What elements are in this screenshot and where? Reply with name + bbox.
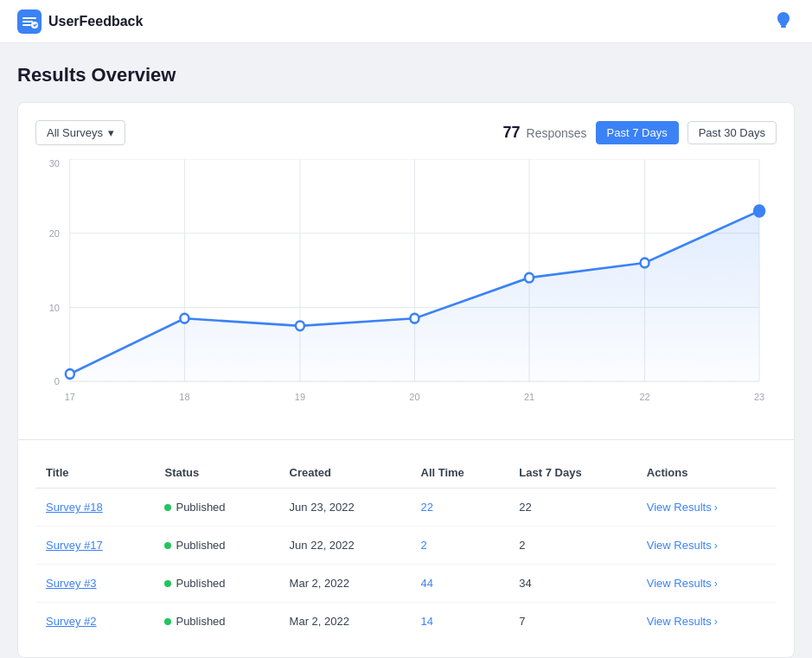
cell-status-2: Published	[154, 565, 278, 603]
page-title: Results Overview	[17, 64, 795, 86]
table-row: Survey #17 Published Jun 22, 2022 2 2 Vi…	[35, 527, 777, 565]
table-row: Survey #18 Published Jun 23, 2022 22 22 …	[35, 489, 777, 527]
cell-all-time-0: 22	[411, 489, 509, 527]
cell-created-1: Jun 22, 2022	[279, 527, 411, 565]
chevron-right-icon-3: ›	[714, 616, 718, 628]
logo-icon	[17, 10, 42, 34]
col-actions: Actions	[636, 457, 777, 489]
svg-text:20: 20	[49, 228, 60, 239]
status-text-2: Published	[176, 577, 225, 590]
surveys-table: Title Status Created All Time Last 7 Day…	[35, 457, 777, 640]
cell-status-1: Published	[154, 527, 278, 565]
svg-point-30	[641, 259, 649, 268]
col-last7days: Last 7 Days	[508, 457, 636, 489]
status-text-1: Published	[176, 539, 225, 552]
col-created: Created	[279, 457, 411, 489]
view-results-label-0: View Results	[647, 501, 712, 514]
chevron-right-icon-2: ›	[714, 578, 718, 590]
svg-text:18: 18	[179, 391, 189, 401]
svg-text:10: 10	[49, 302, 60, 312]
cell-all-time-3: 14	[411, 603, 509, 641]
cell-actions-3: View Results ›	[636, 603, 777, 641]
responses-label: Responses	[527, 126, 587, 140]
cell-actions-1: View Results ›	[636, 527, 777, 565]
svg-text:19: 19	[295, 391, 305, 401]
cell-actions-2: View Results ›	[636, 565, 777, 603]
chart-table-divider	[18, 439, 794, 440]
cell-last7days-0: 22	[508, 489, 636, 527]
cell-created-0: Jun 23, 2022	[279, 489, 411, 527]
cell-title-2: Survey #3	[35, 565, 154, 603]
all-time-link-3[interactable]: 14	[421, 615, 433, 628]
all-surveys-label: All Surveys	[47, 126, 103, 139]
svg-text:30: 30	[49, 159, 60, 169]
main-content: Results Overview All Surveys ▾ 77 Respon…	[0, 43, 812, 658]
svg-text:17: 17	[65, 391, 75, 401]
view-results-button-1[interactable]: View Results ›	[647, 539, 718, 552]
col-status: Status	[154, 457, 278, 489]
survey-link-2[interactable]: Survey #3	[46, 577, 97, 590]
svg-point-26	[180, 314, 189, 323]
cell-last7days-2: 34	[508, 565, 636, 603]
status-dot-0	[164, 504, 171, 511]
view-results-button-0[interactable]: View Results ›	[647, 501, 718, 514]
cell-all-time-2: 44	[411, 565, 509, 603]
table-header-row: Title Status Created All Time Last 7 Day…	[35, 457, 777, 489]
cell-title-3: Survey #2	[35, 603, 154, 641]
chevron-down-icon: ▾	[108, 126, 114, 139]
svg-text:23: 23	[754, 391, 764, 401]
logo: UserFeedback	[17, 10, 143, 34]
cell-all-time-1: 2	[411, 527, 509, 565]
view-results-label-1: View Results	[647, 539, 712, 552]
toolbar: All Surveys ▾ 77 Responses Past 7 Days P…	[35, 120, 777, 145]
all-time-link-0[interactable]: 22	[421, 501, 433, 514]
view-results-button-3[interactable]: View Results ›	[647, 615, 718, 628]
col-all-time: All Time	[411, 457, 509, 489]
view-results-label-3: View Results	[647, 615, 712, 628]
survey-link-1[interactable]: Survey #17	[46, 539, 103, 552]
svg-point-31	[754, 206, 764, 217]
line-chart: 0 10 20 30 17 18 19 20 21 22 23	[35, 159, 777, 418]
svg-text:0: 0	[54, 376, 60, 386]
svg-text:20: 20	[409, 391, 419, 401]
cell-title-1: Survey #17	[35, 527, 154, 565]
all-time-link-2[interactable]: 44	[421, 577, 433, 590]
toolbar-right: 77 Responses Past 7 Days Past 30 Days	[503, 121, 777, 144]
survey-link-3[interactable]: Survey #2	[46, 615, 97, 628]
cell-last7days-3: 7	[508, 603, 636, 641]
svg-point-28	[410, 314, 419, 323]
svg-point-25	[66, 369, 74, 379]
status-dot-2	[164, 580, 171, 587]
table-row: Survey #2 Published Mar 2, 2022 14 7 Vie…	[35, 603, 777, 641]
status-dot-3	[164, 618, 171, 625]
logo-text: UserFeedback	[48, 14, 143, 29]
svg-text:21: 21	[524, 391, 534, 401]
cell-actions-0: View Results ›	[636, 489, 777, 527]
app-header: UserFeedback	[0, 0, 812, 43]
cell-created-3: Mar 2, 2022	[279, 603, 411, 641]
svg-point-29	[525, 273, 534, 283]
cell-last7days-1: 2	[508, 527, 636, 565]
chevron-right-icon-1: ›	[714, 540, 718, 552]
status-dot-1	[164, 542, 171, 549]
all-time-link-1[interactable]: 2	[421, 539, 427, 552]
cell-status-0: Published	[154, 489, 278, 527]
all-surveys-dropdown[interactable]: All Surveys ▾	[35, 120, 125, 145]
header-icon[interactable]	[772, 10, 795, 32]
cell-created-2: Mar 2, 2022	[279, 565, 411, 603]
view-results-label-2: View Results	[647, 577, 712, 590]
status-text-0: Published	[176, 501, 225, 514]
svg-text:22: 22	[639, 391, 649, 401]
view-results-button-2[interactable]: View Results ›	[647, 577, 718, 590]
past-30-days-button[interactable]: Past 30 Days	[687, 121, 777, 144]
col-title: Title	[35, 457, 154, 489]
svg-point-27	[296, 322, 304, 331]
status-text-3: Published	[176, 615, 225, 628]
results-card: All Surveys ▾ 77 Responses Past 7 Days P…	[17, 102, 795, 658]
table-row: Survey #3 Published Mar 2, 2022 44 34 Vi…	[35, 565, 777, 603]
cell-status-3: Published	[154, 603, 278, 641]
past-7-days-button[interactable]: Past 7 Days	[596, 121, 679, 144]
survey-link-0[interactable]: Survey #18	[46, 501, 103, 514]
responses-number: 77	[503, 124, 521, 141]
responses-count: 77 Responses	[503, 124, 587, 142]
